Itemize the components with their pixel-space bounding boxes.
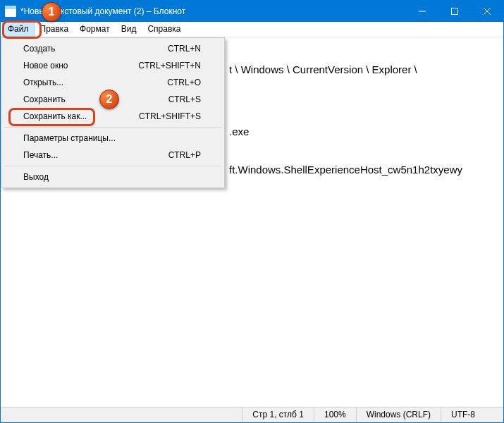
minimize-button[interactable]	[406, 1, 438, 22]
menu-edit[interactable]: Правка	[35, 22, 75, 37]
menu-item-shortcut: CTRL+S	[168, 94, 201, 104]
menu-help[interactable]: Справка	[142, 22, 186, 37]
close-button[interactable]	[471, 1, 503, 22]
maximize-button[interactable]	[438, 1, 471, 22]
menu-item-shortcut: CTRL+SHIFT+S	[139, 111, 201, 121]
menu-item-label: Новое окно	[23, 61, 138, 70]
status-eol: Windows (CRLF)	[357, 407, 441, 422]
svg-rect-1	[452, 8, 458, 15]
statusbar: Стр 1, стлб 1 100% Windows (CRLF) UTF-8	[1, 407, 503, 422]
menu-item-label: Печать...	[23, 150, 168, 160]
status-zoom: 100%	[314, 407, 357, 422]
statusbar-spacer	[1, 407, 242, 422]
maximize-icon	[451, 8, 458, 15]
menu-item-exit[interactable]: Выход	[4, 168, 222, 185]
menubar: Файл Правка Формат Вид Справка	[1, 22, 503, 37]
menu-item-print[interactable]: Печать... CTRL+P	[4, 147, 222, 164]
menu-item-label: Создать	[23, 44, 168, 54]
menu-file[interactable]: Файл	[2, 22, 35, 37]
menu-item-new-window[interactable]: Новое окно CTRL+SHIFT+N	[4, 57, 222, 74]
menu-item-save-as[interactable]: Сохранить как... CTRL+SHIFT+S	[4, 108, 222, 125]
menu-item-open[interactable]: Открыть... CTRL+O	[4, 74, 222, 91]
status-encoding: UTF-8	[441, 407, 503, 422]
titlebar[interactable]: *Новый текстовый документ (2) – Блокнот	[1, 1, 503, 22]
close-icon	[484, 8, 491, 15]
menu-item-label: Сохранить	[23, 94, 168, 104]
menu-item-new[interactable]: Создать CTRL+N	[4, 40, 222, 57]
menu-item-page-setup[interactable]: Параметры страницы...	[4, 130, 222, 147]
menu-item-label: Открыть...	[23, 78, 167, 87]
menu-view[interactable]: Вид	[116, 22, 142, 37]
menu-format[interactable]: Формат	[74, 22, 116, 37]
file-menu-dropdown: Создать CTRL+N Новое окно CTRL+SHIFT+N О…	[1, 37, 225, 188]
menu-item-shortcut: CTRL+P	[168, 150, 201, 160]
minimize-icon	[419, 8, 426, 15]
notepad-window: *Новый текстовый документ (2) – Блокнот …	[0, 0, 504, 423]
annotation-badge-1: 1	[42, 2, 61, 22]
status-position: Стр 1, стлб 1	[242, 407, 314, 422]
menu-separator	[4, 127, 221, 128]
menu-separator	[4, 166, 221, 166]
menu-item-shortcut: CTRL+O	[167, 78, 201, 87]
menu-item-label: Сохранить как...	[23, 111, 139, 121]
notepad-icon	[5, 6, 16, 17]
menu-item-label: Параметры страницы...	[23, 133, 201, 143]
menu-item-label: Выход	[23, 172, 201, 182]
annotation-badge-2: 2	[99, 90, 119, 109]
window-title: *Новый текстовый документ (2) – Блокнот	[20, 6, 406, 16]
menu-item-shortcut: CTRL+SHIFT+N	[138, 61, 201, 70]
menu-item-shortcut: CTRL+N	[168, 44, 201, 54]
